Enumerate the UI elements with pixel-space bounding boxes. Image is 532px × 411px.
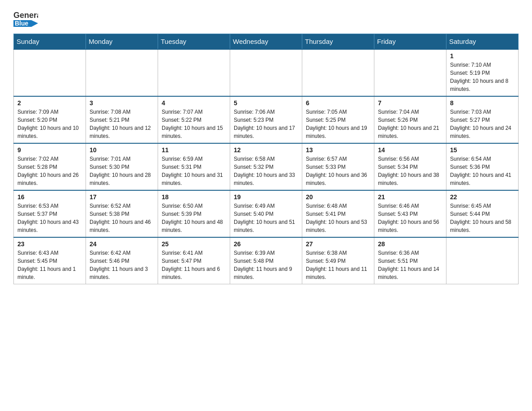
calendar-day-cell: 6Sunrise: 7:05 AMSunset: 5:25 PMDaylight… xyxy=(302,96,374,143)
day-number: 17 xyxy=(90,193,154,201)
svg-marker-2 xyxy=(31,20,38,27)
day-number: 22 xyxy=(450,193,515,201)
calendar-day-cell xyxy=(302,49,374,96)
day-number: 6 xyxy=(306,99,370,107)
calendar-day-cell: 24Sunrise: 6:42 AMSunset: 5:46 PMDayligh… xyxy=(86,237,158,284)
calendar-day-cell xyxy=(14,49,86,96)
day-info: Sunrise: 6:38 AMSunset: 5:49 PMDaylight:… xyxy=(306,249,370,281)
calendar-day-cell: 19Sunrise: 6:49 AMSunset: 5:40 PMDayligh… xyxy=(230,190,302,237)
calendar-week-row: 1Sunrise: 7:10 AMSunset: 5:19 PMDaylight… xyxy=(14,49,519,96)
calendar-week-row: 9Sunrise: 7:02 AMSunset: 5:28 PMDaylight… xyxy=(14,143,519,190)
day-of-week-header: Tuesday xyxy=(158,34,230,50)
calendar-day-cell xyxy=(158,49,230,96)
day-number: 16 xyxy=(17,193,82,201)
day-info: Sunrise: 6:42 AMSunset: 5:46 PMDaylight:… xyxy=(90,249,154,281)
day-number: 10 xyxy=(90,146,154,154)
calendar-day-cell: 1Sunrise: 7:10 AMSunset: 5:19 PMDaylight… xyxy=(446,49,519,96)
day-info: Sunrise: 7:02 AMSunset: 5:28 PMDaylight:… xyxy=(17,155,82,187)
day-number: 9 xyxy=(17,146,82,154)
day-info: Sunrise: 7:05 AMSunset: 5:25 PMDaylight:… xyxy=(306,108,370,140)
day-info: Sunrise: 6:43 AMSunset: 5:45 PMDaylight:… xyxy=(17,249,82,281)
svg-text:General: General xyxy=(13,11,38,20)
day-number: 8 xyxy=(450,99,515,107)
calendar-day-cell xyxy=(86,49,158,96)
calendar-day-cell: 20Sunrise: 6:48 AMSunset: 5:41 PMDayligh… xyxy=(302,190,374,237)
calendar-day-cell: 27Sunrise: 6:38 AMSunset: 5:49 PMDayligh… xyxy=(302,237,374,284)
day-info: Sunrise: 7:08 AMSunset: 5:21 PMDaylight:… xyxy=(90,108,154,140)
calendar-day-cell xyxy=(374,49,446,96)
day-info: Sunrise: 6:36 AMSunset: 5:51 PMDaylight:… xyxy=(378,249,442,281)
day-of-week-header: Monday xyxy=(86,34,158,50)
day-info: Sunrise: 6:59 AMSunset: 5:31 PMDaylight:… xyxy=(162,155,226,187)
day-number: 3 xyxy=(90,99,154,107)
day-number: 5 xyxy=(234,99,298,107)
calendar-day-cell: 12Sunrise: 6:58 AMSunset: 5:32 PMDayligh… xyxy=(230,143,302,190)
day-info: Sunrise: 6:57 AMSunset: 5:33 PMDaylight:… xyxy=(306,155,370,187)
day-info: Sunrise: 6:53 AMSunset: 5:37 PMDaylight:… xyxy=(17,202,82,234)
day-of-week-header: Sunday xyxy=(14,34,86,50)
day-info: Sunrise: 6:49 AMSunset: 5:40 PMDaylight:… xyxy=(234,202,298,234)
calendar-day-cell: 28Sunrise: 6:36 AMSunset: 5:51 PMDayligh… xyxy=(374,237,446,284)
day-info: Sunrise: 7:06 AMSunset: 5:23 PMDaylight:… xyxy=(234,108,298,140)
day-info: Sunrise: 6:39 AMSunset: 5:48 PMDaylight:… xyxy=(234,249,298,281)
day-info: Sunrise: 7:09 AMSunset: 5:20 PMDaylight:… xyxy=(17,108,82,140)
calendar-day-cell: 22Sunrise: 6:45 AMSunset: 5:44 PMDayligh… xyxy=(446,190,519,237)
day-number: 14 xyxy=(378,146,442,154)
day-number: 20 xyxy=(306,193,370,201)
day-number: 7 xyxy=(378,99,442,107)
calendar-day-cell: 3Sunrise: 7:08 AMSunset: 5:21 PMDaylight… xyxy=(86,96,158,143)
day-info: Sunrise: 7:01 AMSunset: 5:30 PMDaylight:… xyxy=(90,155,154,187)
day-info: Sunrise: 7:07 AMSunset: 5:22 PMDaylight:… xyxy=(162,108,226,140)
svg-text:Blue: Blue xyxy=(15,20,29,27)
day-of-week-header: Friday xyxy=(374,34,446,50)
calendar-header-row: SundayMondayTuesdayWednesdayThursdayFrid… xyxy=(14,34,519,50)
calendar-day-cell: 25Sunrise: 6:41 AMSunset: 5:47 PMDayligh… xyxy=(158,237,230,284)
day-info: Sunrise: 6:58 AMSunset: 5:32 PMDaylight:… xyxy=(234,155,298,187)
calendar-day-cell: 9Sunrise: 7:02 AMSunset: 5:28 PMDaylight… xyxy=(14,143,86,190)
calendar-day-cell xyxy=(446,237,519,284)
day-number: 21 xyxy=(378,193,442,201)
calendar-day-cell: 11Sunrise: 6:59 AMSunset: 5:31 PMDayligh… xyxy=(158,143,230,190)
calendar-day-cell: 5Sunrise: 7:06 AMSunset: 5:23 PMDaylight… xyxy=(230,96,302,143)
calendar-day-cell: 23Sunrise: 6:43 AMSunset: 5:45 PMDayligh… xyxy=(14,237,86,284)
calendar-day-cell: 2Sunrise: 7:09 AMSunset: 5:20 PMDaylight… xyxy=(14,96,86,143)
calendar-day-cell: 21Sunrise: 6:46 AMSunset: 5:43 PMDayligh… xyxy=(374,190,446,237)
calendar-day-cell: 18Sunrise: 6:50 AMSunset: 5:39 PMDayligh… xyxy=(158,190,230,237)
day-number: 23 xyxy=(17,240,82,248)
calendar-table: SundayMondayTuesdayWednesdayThursdayFrid… xyxy=(13,34,519,284)
day-number: 1 xyxy=(450,52,515,60)
day-info: Sunrise: 6:56 AMSunset: 5:34 PMDaylight:… xyxy=(378,155,442,187)
day-of-week-header: Saturday xyxy=(446,34,519,50)
calendar-day-cell: 15Sunrise: 6:54 AMSunset: 5:36 PMDayligh… xyxy=(446,143,519,190)
day-number: 24 xyxy=(90,240,154,248)
calendar-day-cell: 13Sunrise: 6:57 AMSunset: 5:33 PMDayligh… xyxy=(302,143,374,190)
day-info: Sunrise: 6:45 AMSunset: 5:44 PMDaylight:… xyxy=(450,202,515,234)
day-number: 18 xyxy=(162,193,226,201)
day-info: Sunrise: 6:41 AMSunset: 5:47 PMDaylight:… xyxy=(162,249,226,281)
day-number: 12 xyxy=(234,146,298,154)
day-info: Sunrise: 7:04 AMSunset: 5:26 PMDaylight:… xyxy=(378,108,442,140)
calendar-day-cell: 26Sunrise: 6:39 AMSunset: 5:48 PMDayligh… xyxy=(230,237,302,284)
day-of-week-header: Thursday xyxy=(302,34,374,50)
day-info: Sunrise: 6:54 AMSunset: 5:36 PMDaylight:… xyxy=(450,155,515,187)
day-number: 26 xyxy=(234,240,298,248)
day-of-week-header: Wednesday xyxy=(230,34,302,50)
day-info: Sunrise: 7:03 AMSunset: 5:27 PMDaylight:… xyxy=(450,108,515,140)
calendar-day-cell: 10Sunrise: 7:01 AMSunset: 5:30 PMDayligh… xyxy=(86,143,158,190)
calendar-day-cell: 4Sunrise: 7:07 AMSunset: 5:22 PMDaylight… xyxy=(158,96,230,143)
day-number: 19 xyxy=(234,193,298,201)
day-number: 13 xyxy=(306,146,370,154)
day-info: Sunrise: 7:10 AMSunset: 5:19 PMDaylight:… xyxy=(450,61,515,93)
day-number: 28 xyxy=(378,240,442,248)
day-number: 25 xyxy=(162,240,226,248)
day-info: Sunrise: 6:48 AMSunset: 5:41 PMDaylight:… xyxy=(306,202,370,234)
calendar-day-cell xyxy=(230,49,302,96)
calendar-day-cell: 7Sunrise: 7:04 AMSunset: 5:26 PMDaylight… xyxy=(374,96,446,143)
logo: GeneralBlue xyxy=(13,9,38,29)
day-number: 2 xyxy=(17,99,82,107)
calendar-day-cell: 8Sunrise: 7:03 AMSunset: 5:27 PMDaylight… xyxy=(446,96,519,143)
calendar-week-row: 16Sunrise: 6:53 AMSunset: 5:37 PMDayligh… xyxy=(14,190,519,237)
calendar-day-cell: 17Sunrise: 6:52 AMSunset: 5:38 PMDayligh… xyxy=(86,190,158,237)
calendar-day-cell: 16Sunrise: 6:53 AMSunset: 5:37 PMDayligh… xyxy=(14,190,86,237)
calendar-week-row: 23Sunrise: 6:43 AMSunset: 5:45 PMDayligh… xyxy=(14,237,519,284)
